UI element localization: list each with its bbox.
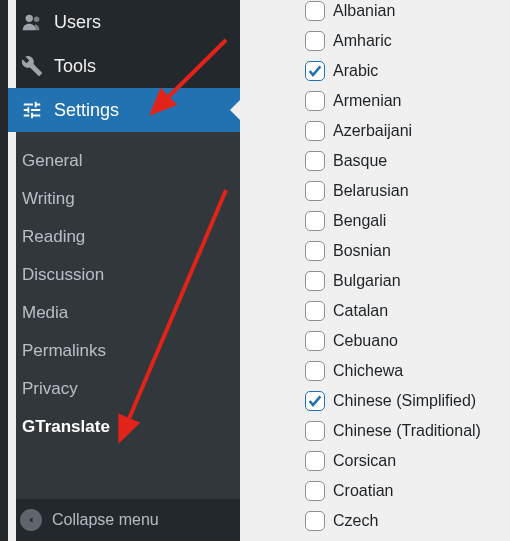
admin-sidebar: Users Tools Settings General Writing Rea… xyxy=(0,0,240,541)
language-checkbox[interactable] xyxy=(305,511,325,531)
submenu-gtranslate[interactable]: GTranslate xyxy=(8,408,240,446)
language-item: Corsican xyxy=(305,446,481,476)
language-checkbox[interactable] xyxy=(305,451,325,471)
menu-label: Settings xyxy=(54,100,119,121)
menu-label: Tools xyxy=(54,56,96,77)
language-label[interactable]: Catalan xyxy=(333,302,388,320)
language-checkbox[interactable] xyxy=(305,1,325,21)
language-label[interactable]: Chinese (Traditional) xyxy=(333,422,481,440)
language-item: Bengali xyxy=(305,206,481,236)
language-checkbox[interactable] xyxy=(305,421,325,441)
language-label[interactable]: Bulgarian xyxy=(333,272,401,290)
language-label[interactable]: Bosnian xyxy=(333,242,391,260)
submenu-discussion[interactable]: Discussion xyxy=(8,256,240,294)
submenu-reading[interactable]: Reading xyxy=(8,218,240,256)
language-item: Bosnian xyxy=(305,236,481,266)
language-label[interactable]: Albanian xyxy=(333,2,395,20)
language-item: Catalan xyxy=(305,296,481,326)
language-item: Armenian xyxy=(305,86,481,116)
settings-submenu: General Writing Reading Discussion Media… xyxy=(8,132,240,499)
language-checkbox[interactable] xyxy=(305,241,325,261)
collapse-menu[interactable]: Collapse menu xyxy=(8,499,240,541)
language-label[interactable]: Amharic xyxy=(333,32,392,50)
language-checkbox[interactable] xyxy=(305,271,325,291)
svg-point-1 xyxy=(34,17,40,23)
sliders-icon xyxy=(20,98,44,122)
language-list: AlbanianAmharicArabicArmenianAzerbaijani… xyxy=(305,0,481,536)
language-label[interactable]: Cebuano xyxy=(333,332,398,350)
language-label[interactable]: Belarusian xyxy=(333,182,409,200)
submenu-writing[interactable]: Writing xyxy=(8,180,240,218)
language-checkbox[interactable] xyxy=(305,361,325,381)
language-label[interactable]: Corsican xyxy=(333,452,396,470)
language-item: Bulgarian xyxy=(305,266,481,296)
language-checkbox[interactable] xyxy=(305,91,325,111)
left-strip xyxy=(8,0,16,541)
language-item: Croatian xyxy=(305,476,481,506)
language-checkbox[interactable] xyxy=(305,61,325,81)
language-checkbox[interactable] xyxy=(305,181,325,201)
language-item: Cebuano xyxy=(305,326,481,356)
svg-point-0 xyxy=(26,15,33,22)
language-label[interactable]: Chinese (Simplified) xyxy=(333,392,476,410)
wrench-icon xyxy=(20,54,44,78)
language-item: Chichewa xyxy=(305,356,481,386)
language-item: Chinese (Simplified) xyxy=(305,386,481,416)
language-checkbox[interactable] xyxy=(305,301,325,321)
menu-label: Users xyxy=(54,12,101,33)
collapse-label: Collapse menu xyxy=(52,511,159,529)
language-label[interactable]: Czech xyxy=(333,512,378,530)
language-checkbox[interactable] xyxy=(305,391,325,411)
language-checkbox[interactable] xyxy=(305,151,325,171)
language-label[interactable]: Arabic xyxy=(333,62,378,80)
submenu-privacy[interactable]: Privacy xyxy=(8,370,240,408)
language-checkbox[interactable] xyxy=(305,211,325,231)
language-label[interactable]: Basque xyxy=(333,152,387,170)
submenu-general[interactable]: General xyxy=(8,142,240,180)
language-item: Amharic xyxy=(305,26,481,56)
language-item: Azerbaijani xyxy=(305,116,481,146)
collapse-icon xyxy=(20,509,42,531)
language-item: Czech xyxy=(305,506,481,536)
language-label[interactable]: Bengali xyxy=(333,212,386,230)
language-item: Chinese (Traditional) xyxy=(305,416,481,446)
submenu-permalinks[interactable]: Permalinks xyxy=(8,332,240,370)
language-item: Albanian xyxy=(305,0,481,26)
language-label[interactable]: Azerbaijani xyxy=(333,122,412,140)
language-checkbox[interactable] xyxy=(305,121,325,141)
language-item: Arabic xyxy=(305,56,481,86)
submenu-media[interactable]: Media xyxy=(8,294,240,332)
language-checkbox[interactable] xyxy=(305,331,325,351)
content-area: AlbanianAmharicArabicArmenianAzerbaijani… xyxy=(240,0,510,541)
menu-tools[interactable]: Tools xyxy=(8,44,240,88)
language-label[interactable]: Chichewa xyxy=(333,362,403,380)
language-checkbox[interactable] xyxy=(305,31,325,51)
language-label[interactable]: Armenian xyxy=(333,92,401,110)
users-icon xyxy=(20,10,44,34)
menu-users[interactable]: Users xyxy=(8,0,240,44)
language-label[interactable]: Croatian xyxy=(333,482,393,500)
language-item: Basque xyxy=(305,146,481,176)
language-item: Belarusian xyxy=(305,176,481,206)
menu-settings[interactable]: Settings xyxy=(8,88,240,132)
language-checkbox[interactable] xyxy=(305,481,325,501)
